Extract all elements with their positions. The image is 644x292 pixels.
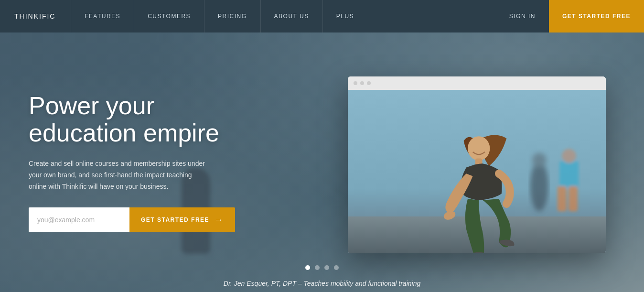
- nav-pricing[interactable]: PRICING: [204, 0, 260, 32]
- hero-caption: Dr. Jen Esquer, PT, DPT – Teaches mobili…: [0, 280, 644, 287]
- email-input[interactable]: [29, 207, 129, 232]
- hero-cta-button[interactable]: GET STARTED FREE →: [129, 207, 235, 232]
- svg-point-5: [562, 149, 576, 163]
- fitness-image: [348, 90, 606, 253]
- browser-window: [348, 76, 606, 253]
- carousel-dot-4[interactable]: [334, 265, 339, 270]
- browser-dot-2: [360, 81, 364, 85]
- nav-plus[interactable]: PLUS: [322, 0, 367, 32]
- svg-rect-6: [558, 186, 567, 211]
- carousel-dot-1[interactable]: [305, 265, 310, 270]
- hero-mockup: [348, 76, 615, 268]
- nav-cta-button[interactable]: GET STARTED FREE: [549, 0, 644, 32]
- brand-name: THINKIFIC: [14, 12, 55, 20]
- browser-content: [348, 90, 606, 253]
- nav-right: SIGN IN GET STARTED FREE: [496, 0, 644, 32]
- carousel-dot-2[interactable]: [315, 265, 320, 270]
- carousel-dot-3[interactable]: [324, 265, 329, 270]
- nav-customers[interactable]: CUSTOMERS: [134, 0, 204, 32]
- hero-content: Power your education empire Create and s…: [0, 32, 644, 292]
- hero-text-block: Power your education empire Create and s…: [0, 73, 248, 252]
- hero-signup-form: GET STARTED FREE →: [29, 207, 220, 232]
- arrow-icon: →: [214, 215, 224, 225]
- browser-bar: [348, 76, 606, 90]
- carousel-dots: [305, 265, 339, 270]
- hero-subtext: Create and sell online courses and membe…: [29, 158, 210, 192]
- svg-point-3: [532, 152, 547, 167]
- svg-rect-4: [559, 161, 579, 188]
- hero-headline: Power your education empire: [29, 92, 220, 147]
- browser-dot-1: [354, 81, 357, 85]
- nav-links: FEATURES CUSTOMERS PRICING ABOUT US PLUS: [71, 0, 496, 32]
- main-navigation: THINKIFIC FEATURES CUSTOMERS PRICING ABO…: [0, 0, 644, 32]
- svg-point-8: [468, 136, 490, 161]
- svg-point-2: [530, 161, 548, 211]
- nav-about[interactable]: ABOUT US: [260, 0, 322, 32]
- nav-features[interactable]: FEATURES: [71, 0, 134, 32]
- browser-dot-3: [367, 81, 371, 85]
- signin-button[interactable]: SIGN IN: [496, 13, 549, 20]
- svg-rect-7: [569, 186, 578, 211]
- logo[interactable]: THINKIFIC: [0, 0, 71, 32]
